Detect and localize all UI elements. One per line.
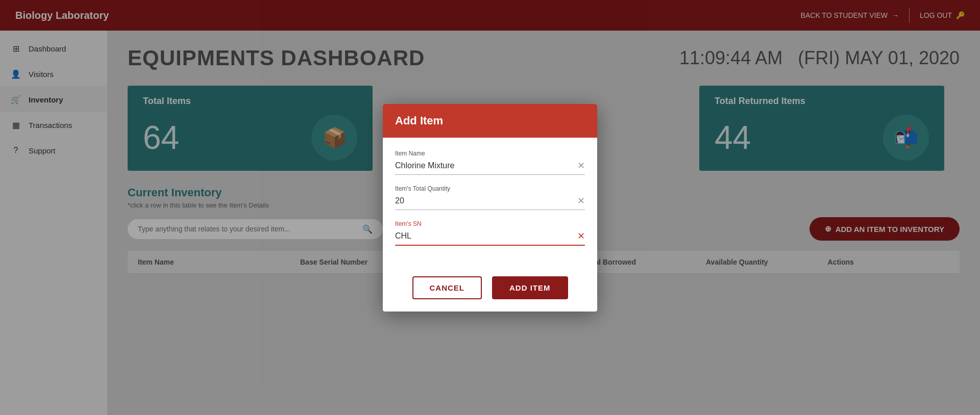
total-quantity-input[interactable] (395, 196, 577, 205)
cancel-button[interactable]: CANCEL (412, 276, 482, 299)
item-name-label: Item Name (395, 150, 585, 157)
modal-body: Item Name ✕ Item's Total Quantity ✕ (383, 138, 597, 268)
item-name-input-row: ✕ (395, 160, 585, 175)
total-quantity-group: Item's Total Quantity ✕ (395, 185, 585, 210)
total-quantity-label: Item's Total Quantity (395, 185, 585, 192)
total-quantity-input-row: ✕ (395, 195, 585, 210)
item-sn-label: Item's SN (395, 220, 585, 227)
main-content: EQUIPMENTS DASHBOARD 11:09:44 AM (FRI) M… (107, 31, 980, 415)
modal-overlay: Add Item Item Name ✕ Item's Total Quanti… (0, 0, 980, 415)
modal-title: Add Item (395, 114, 585, 127)
add-item-modal: Add Item Item Name ✕ Item's Total Quanti… (383, 104, 597, 312)
item-sn-input[interactable] (395, 231, 577, 241)
item-sn-group: Item's SN ✕ (395, 220, 585, 246)
item-sn-input-row: ✕ (395, 230, 585, 246)
total-quantity-clear-button[interactable]: ✕ (577, 195, 585, 206)
item-name-input[interactable] (395, 161, 577, 170)
item-name-clear-button[interactable]: ✕ (577, 160, 585, 171)
item-name-group: Item Name ✕ (395, 150, 585, 175)
modal-footer: CANCEL ADD ITEM (383, 268, 597, 312)
modal-header: Add Item (383, 104, 597, 138)
main-layout: ⊞ Dashboard 👤 Visitors 🛒 Inventory ▦ Tra… (0, 31, 980, 415)
add-item-button[interactable]: ADD ITEM (492, 276, 568, 299)
item-sn-clear-button[interactable]: ✕ (577, 230, 585, 242)
